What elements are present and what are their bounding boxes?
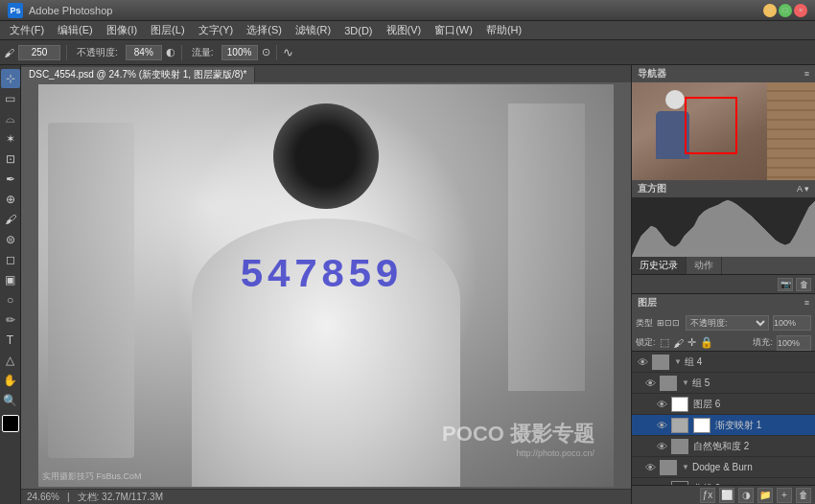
menu-select[interactable]: 选择(S) xyxy=(241,21,288,39)
delete-layer-btn[interactable]: 🗑 xyxy=(796,488,811,503)
tool-eraser[interactable]: ◻ xyxy=(1,250,20,269)
layer-item[interactable]: 👁 自然饱和度 2 xyxy=(632,436,815,457)
layer-group-arrow[interactable]: ▼ xyxy=(682,378,689,387)
tab-history[interactable]: 历史记录 xyxy=(632,257,687,274)
fill-value-input[interactable] xyxy=(777,335,811,351)
layer-visibility-toggle[interactable]: 👁 xyxy=(643,377,657,390)
doc-info: 文档: 32.7M/117.3M xyxy=(78,491,163,504)
menu-filter[interactable]: 滤镜(R) xyxy=(290,21,337,39)
layers-options-icon[interactable]: ≡ xyxy=(804,298,809,308)
new-fill-layer-btn[interactable]: ◑ xyxy=(738,488,754,503)
maximize-button[interactable]: □ xyxy=(779,4,792,17)
tool-gradient[interactable]: ▣ xyxy=(1,270,20,289)
navigator-selection-box[interactable] xyxy=(685,97,737,154)
layer-item[interactable]: 👁 图层 6 xyxy=(632,394,815,415)
add-mask-btn[interactable]: ⬜ xyxy=(719,488,734,503)
histogram-title: 直方图 xyxy=(638,182,666,195)
tool-clone[interactable]: ⊜ xyxy=(1,230,20,249)
layer-visibility-toggle[interactable]: 👁 xyxy=(643,461,657,474)
tool-heal[interactable]: ⊕ xyxy=(1,190,20,209)
layer-visibility-toggle[interactable]: 👁 xyxy=(655,419,668,432)
tool-zoom[interactable]: 🔍 xyxy=(1,391,20,410)
canvas-status: 24.66% | 文档: 32.7M/117.3M xyxy=(21,489,631,504)
opacity-value-input[interactable] xyxy=(773,315,811,331)
tool-dodge[interactable]: ○ xyxy=(1,290,20,309)
minimize-button[interactable]: － xyxy=(763,4,777,17)
layer-thumbnail xyxy=(671,397,688,412)
flow-input[interactable] xyxy=(221,45,258,60)
menu-text[interactable]: 文字(Y) xyxy=(193,21,240,39)
tool-foreground-color[interactable] xyxy=(2,415,19,432)
layer-visibility-toggle[interactable]: 👁 xyxy=(636,355,649,369)
tool-pen[interactable]: ✏ xyxy=(1,310,20,330)
history-new-snapshot[interactable]: 📷 xyxy=(778,278,793,291)
status-separator: | xyxy=(67,492,70,502)
navigator-collapse[interactable]: ≡ xyxy=(804,69,809,79)
layer-visibility-toggle[interactable]: 👁 xyxy=(655,398,668,411)
tool-select-rect[interactable]: ▭ xyxy=(1,89,20,108)
brush-size-input[interactable] xyxy=(18,45,60,60)
flow-icon: ⊙ xyxy=(262,46,270,58)
tool-brush[interactable]: 🖌 xyxy=(1,210,20,229)
main-layout: ⊹ ▭ ⌓ ✶ ⊡ ✒ ⊕ 🖌 ⊜ ◻ ▣ ○ ✏ T △ ✋ 🔍 DSC_45… xyxy=(0,65,815,504)
layer-group-arrow[interactable]: ▼ xyxy=(682,463,689,471)
menu-image[interactable]: 图像(I) xyxy=(101,21,143,39)
menu-layer[interactable]: 图层(L) xyxy=(145,21,190,39)
lock-label: 锁定: xyxy=(636,336,656,349)
blend-mode-select[interactable]: 不透明度: xyxy=(686,315,769,331)
layers-list: 👁 ▼ 组 4 👁 ▼ 组 5 👁 图层 6 xyxy=(632,352,815,485)
menu-3d[interactable]: 3D(D) xyxy=(338,23,378,38)
navigator-title: 导航器 xyxy=(638,67,666,80)
history-delete[interactable]: 🗑 xyxy=(796,278,811,291)
menu-view[interactable]: 视图(V) xyxy=(381,21,428,39)
layer-thumbnail-mask xyxy=(671,418,688,433)
flow-label: 流量: xyxy=(188,44,218,61)
tool-path[interactable]: △ xyxy=(1,351,20,370)
tool-text[interactable]: T xyxy=(1,331,20,350)
overlay-text: 547859 xyxy=(240,253,402,299)
layer-thumbnail xyxy=(660,376,677,391)
tool-eyedropper[interactable]: ✒ xyxy=(1,170,20,189)
layer-visibility-toggle[interactable]: 👁 xyxy=(655,440,668,453)
menu-edit[interactable]: 编辑(E) xyxy=(52,21,99,39)
tool-hand[interactable]: ✋ xyxy=(1,371,20,390)
layer-item[interactable]: 👁 ▼ 组 5 xyxy=(632,373,815,394)
layer-group-arrow[interactable]: ▼ xyxy=(674,357,682,366)
menu-file[interactable]: 文件(F) xyxy=(4,21,50,39)
lock-move-icon[interactable]: ✛ xyxy=(687,336,696,349)
layer-name: 渐变映射 1 xyxy=(715,419,811,432)
window-controls: － □ × xyxy=(763,4,807,17)
tab-actions[interactable]: 动作 xyxy=(687,257,722,274)
add-layer-style-btn[interactable]: ƒx xyxy=(700,488,715,503)
layer-item-selected[interactable]: 👁 渐变映射 1 xyxy=(632,415,815,436)
new-group-btn[interactable]: 📁 xyxy=(757,488,773,503)
options-bar: 🖌 不透明度: ◐ 流量: ⊙ ∿ xyxy=(0,40,815,65)
new-layer-btn[interactable]: + xyxy=(777,488,792,503)
histogram-header: 直方图 A ▾ xyxy=(632,180,815,197)
lock-all-icon[interactable]: 🔒 xyxy=(700,336,713,349)
close-button[interactable]: × xyxy=(794,4,807,17)
tab-bar: DSC_4554.psd @ 24.7% (新变映射 1, 图层蒙版/8)* xyxy=(21,65,631,82)
tool-move[interactable]: ⊹ xyxy=(1,69,20,88)
layer-thumbnail xyxy=(671,439,688,454)
canvas-tab[interactable]: DSC_4554.psd @ 24.7% (新变映射 1, 图层蒙版/8)* xyxy=(21,67,255,82)
lock-transparent-icon[interactable]: ⬚ xyxy=(660,336,669,349)
bottom-watermark: 实用摄影技巧 FsBus.CoM xyxy=(42,470,142,483)
layer-item[interactable]: 👁 曲线 2 xyxy=(632,478,815,485)
layer-item[interactable]: 👁 ▼ 组 4 xyxy=(632,352,815,373)
brush-icon: 🖌 xyxy=(4,47,14,58)
tool-magic-wand[interactable]: ✶ xyxy=(1,129,20,149)
opacity-input[interactable] xyxy=(126,45,162,60)
canvas-area[interactable]: DSC_4554.psd @ 24.7% (新变映射 1, 图层蒙版/8)* xyxy=(21,65,631,504)
opacity-label: 不透明度: xyxy=(73,44,122,61)
tool-crop[interactable]: ⊡ xyxy=(1,149,20,169)
layer-item[interactable]: 👁 ▼ Dodge & Burn xyxy=(632,457,815,478)
watermark-title: POCO 摄影专题 xyxy=(442,420,594,448)
airbrush-icon[interactable]: ∿ xyxy=(283,45,293,59)
histogram-options[interactable]: A ▾ xyxy=(797,184,809,194)
tool-lasso[interactable]: ⌓ xyxy=(1,109,20,128)
menu-help[interactable]: 帮助(H) xyxy=(480,21,527,39)
canvas-image: 547859 POCO 摄影专题 http://photo.poco.cn/ 实… xyxy=(38,84,614,487)
lock-paint-icon[interactable]: 🖌 xyxy=(673,337,684,349)
menu-window[interactable]: 窗口(W) xyxy=(429,21,478,39)
